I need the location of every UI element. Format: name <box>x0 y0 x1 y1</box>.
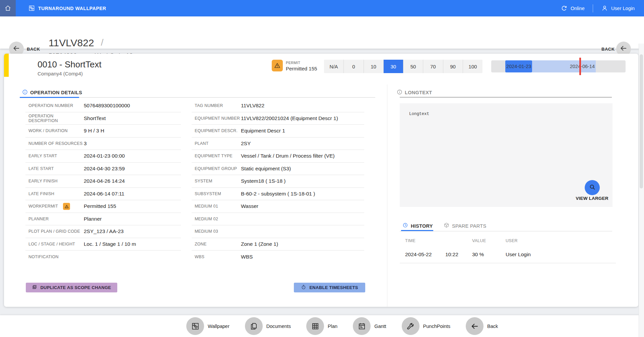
detail-value: Zone 1 (Zone 1) <box>241 241 278 247</box>
timeline-early-segment: 2024-01-23 <box>505 60 532 72</box>
detail-label: ZONE <box>192 242 241 246</box>
longtext-title: LONGTEXT <box>405 90 432 95</box>
history-row: 2024-05-2210:2230 %User Login <box>400 248 616 263</box>
detail-row-work-duration: WORK / DURATION9 H / 3 H <box>25 125 181 137</box>
documents-icon <box>245 317 263 335</box>
detail-value: 2024-06-14 07:11 <box>84 191 124 197</box>
user-login[interactable]: User Login <box>601 5 635 12</box>
detail-label: OPERATION DESCRIPTION <box>25 114 84 123</box>
progress-option-70[interactable]: 70 <box>423 60 443 73</box>
detail-value: 11VLV822 <box>241 103 264 109</box>
detail-value: WBS <box>241 254 253 260</box>
title-separator: / <box>101 37 104 48</box>
history-user: User Login <box>506 251 531 258</box>
detail-label: MEDIUM 03 <box>192 229 241 234</box>
nav-item-punchpoints[interactable]: PunchPoints <box>402 317 450 335</box>
detail-value: B-60-2 - subsystem ( 1S-18-01 ) <box>241 191 315 197</box>
history-icon <box>402 222 408 229</box>
progress-option-90[interactable]: 90 <box>443 60 463 73</box>
info-icon <box>397 89 402 95</box>
tab-history[interactable]: HISTORY <box>402 222 433 229</box>
nav-item-gantt[interactable]: Gantt <box>353 317 386 335</box>
detail-label: EQUIPMENT DESCR. <box>192 128 241 133</box>
detail-label: OPERATION NUMBER <box>25 103 84 108</box>
progress-option-0[interactable]: 0 <box>344 60 364 73</box>
detail-value: 2SY <box>241 141 251 147</box>
online-status[interactable]: Online <box>561 5 585 12</box>
timeline-start-date: 2024-01-23 <box>506 64 531 69</box>
detail-row-operation-description: OPERATION DESCRIPTIONShortText <box>25 112 181 125</box>
history-column-value: VALUE <box>472 238 486 243</box>
stopwatch-icon <box>301 284 306 291</box>
detail-label: SUBSYSTEM <box>192 191 241 196</box>
nav-item-plan[interactable]: Plan <box>306 317 337 335</box>
detail-label: LOC / STAGE / HEIGHT <box>25 242 84 246</box>
timeline-late-segment: 2024-06-14 <box>532 60 596 72</box>
detail-row-early-start: EARLY START2024-01-23 00:00 <box>25 150 181 163</box>
nav-item-label: PunchPoints <box>423 324 450 329</box>
detail-row-plot-plan-grid-code: PLOT PLAN / GRID CODE2SY_123 / AA-23 <box>25 225 181 238</box>
topbar-right: Online User Login <box>561 0 635 16</box>
operation-details-title: OPERATION DETAILS <box>30 90 82 95</box>
detail-value: Static equipment (S3) <box>241 166 291 172</box>
detail-row-early-finish: EARLY FINISH2024-04-26 14:24 <box>25 175 181 188</box>
permit-warning-icon <box>272 60 283 71</box>
tab-spare-parts[interactable]: SPARE PARTS <box>444 222 486 229</box>
punchpoints-icon <box>402 317 420 335</box>
home-button[interactable] <box>0 0 16 16</box>
progress-option-n-a[interactable]: N/A <box>324 60 344 73</box>
view-larger-label[interactable]: VIEW LARGER <box>567 196 617 201</box>
nav-item-documents[interactable]: Documents <box>245 317 291 335</box>
back-label-left[interactable]: BACK <box>27 47 40 52</box>
enable-timesheets-button[interactable]: ENABLE TIMESHEETS <box>294 283 365 292</box>
operation-company: Company4 (Comp4) <box>38 71 83 76</box>
cube-icon <box>444 222 449 229</box>
detail-row-workpermit: WORKPERMITPermitted 155 <box>25 200 181 213</box>
page-title: 11VLV822 <box>49 37 94 49</box>
detail-row-planner: PLANNERPlanner <box>25 213 181 226</box>
bottom-nav-items: WallpaperDocumentsPlanGanttPunchPointsBa… <box>186 315 498 337</box>
longtext-underline <box>400 97 612 98</box>
detail-value: 5076489300100000 <box>84 103 130 109</box>
nav-item-wallpaper[interactable]: Wallpaper <box>186 317 230 335</box>
detail-value: 2024-01-23 00:00 <box>84 153 125 159</box>
view-larger-button[interactable] <box>585 180 600 195</box>
online-label: Online <box>571 6 585 11</box>
panel-divider <box>387 85 387 307</box>
detail-value: System18 ( 1S-18 ) <box>241 178 286 184</box>
detail-row-late-start: LATE START2024-04-30 23:59 <box>25 163 181 175</box>
history-table-header: TIMEVALUEUSER <box>400 238 616 244</box>
progress-option-50[interactable]: 50 <box>403 60 423 73</box>
detail-value: 2SY_123 / AA-23 <box>84 228 124 234</box>
detail-value: Permitted 155 <box>84 203 116 209</box>
scrollbar-thumb[interactable] <box>640 54 643 188</box>
details-column-left: OPERATION NUMBER5076489300100000OPERATIO… <box>25 100 181 263</box>
wallpaper-icon <box>28 5 35 12</box>
permit-value: Permitted 155 <box>286 66 317 71</box>
user-login-label: User Login <box>611 6 635 11</box>
progress-option-10[interactable]: 10 <box>364 60 384 73</box>
progress-option-100[interactable]: 100 <box>463 60 482 73</box>
warning-icon <box>63 203 70 210</box>
longtext-box[interactable] <box>400 103 613 207</box>
topbar-divider <box>593 4 593 12</box>
detail-label: TAG NUMBER <box>192 103 241 108</box>
progress-option-30[interactable]: 30 <box>384 60 403 73</box>
detail-row-zone: ZONEZone 1 (Zone 1) <box>192 238 364 251</box>
info-icon <box>22 89 28 95</box>
detail-value: 2024-04-26 14:24 <box>84 178 125 184</box>
detail-value: Planner <box>84 216 102 222</box>
wallpaper-icon <box>186 317 204 335</box>
back-label-right[interactable]: BACK <box>601 47 615 52</box>
nav-item-back[interactable]: Back <box>466 317 498 335</box>
detail-row-medium-02: MEDIUM 02 <box>192 213 364 226</box>
history-column-time: TIME <box>405 238 415 243</box>
timeline-track[interactable]: 2024-01-23 2024-06-14 <box>491 60 626 72</box>
detail-label: EARLY START <box>25 154 84 158</box>
duplicate-scope-change-button[interactable]: DUPLICATE AS SCOPE CHANGE <box>26 283 117 292</box>
detail-label: LATE START <box>25 166 84 171</box>
detail-label: MEDIUM 01 <box>192 204 241 209</box>
detail-row-plant: PLANT2SY <box>192 137 364 150</box>
detail-row-late-finish: LATE FINISH2024-06-14 07:11 <box>25 188 181 201</box>
detail-value: Wasser <box>241 203 258 209</box>
